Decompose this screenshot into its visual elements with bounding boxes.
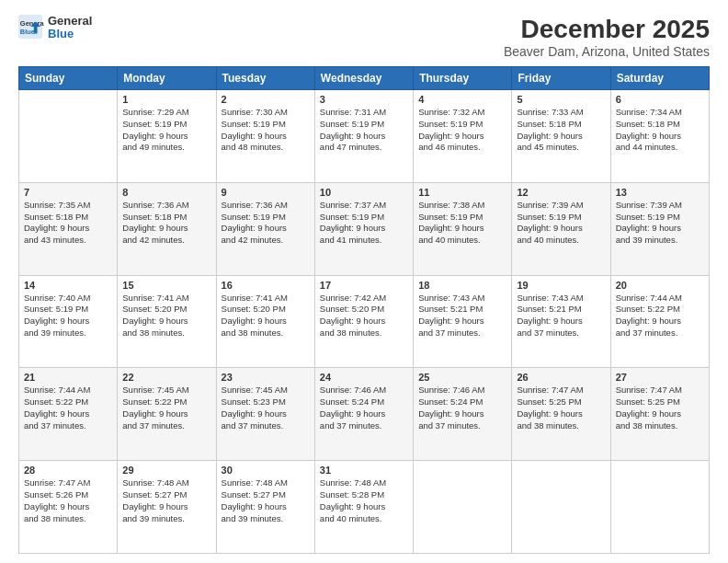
calendar-week-row: 21Sunrise: 7:44 AM Sunset: 5:22 PM Dayli… [19, 368, 710, 461]
day-info: Sunrise: 7:43 AM Sunset: 5:21 PM Dayligh… [418, 293, 506, 339]
title-block: December 2025 Beaver Dam, Arizona, Unite… [504, 15, 710, 59]
calendar-cell: 22Sunrise: 7:45 AM Sunset: 5:22 PM Dayli… [118, 368, 216, 461]
day-number: 17 [320, 280, 408, 291]
logo-line2: Blue [48, 28, 92, 40]
day-number: 7 [24, 187, 112, 198]
calendar-week-row: 28Sunrise: 7:47 AM Sunset: 5:26 PM Dayli… [19, 461, 710, 554]
day-info: Sunrise: 7:44 AM Sunset: 5:22 PM Dayligh… [616, 293, 704, 339]
calendar-week-row: 1Sunrise: 7:29 AM Sunset: 5:19 PM Daylig… [19, 90, 710, 183]
calendar-week-row: 14Sunrise: 7:40 AM Sunset: 5:19 PM Dayli… [19, 275, 710, 368]
calendar-cell: 27Sunrise: 7:47 AM Sunset: 5:25 PM Dayli… [610, 368, 709, 461]
day-number: 5 [517, 94, 605, 105]
day-number: 2 [222, 94, 310, 105]
calendar-cell [414, 461, 512, 554]
day-info: Sunrise: 7:40 AM Sunset: 5:19 PM Dayligh… [24, 293, 112, 339]
day-info: Sunrise: 7:33 AM Sunset: 5:18 PM Dayligh… [517, 107, 605, 154]
day-info: Sunrise: 7:48 AM Sunset: 5:27 PM Dayligh… [122, 477, 210, 524]
logo-text: General Blue [48, 15, 92, 41]
day-number: 6 [616, 94, 704, 105]
day-info: Sunrise: 7:39 AM Sunset: 5:19 PM Dayligh… [616, 200, 704, 247]
day-number: 13 [616, 187, 704, 198]
main-title: December 2025 [504, 15, 710, 44]
day-number: 22 [122, 372, 210, 383]
svg-text:Blue: Blue [20, 29, 35, 37]
calendar-cell: 8Sunrise: 7:36 AM Sunset: 5:18 PM Daylig… [118, 182, 216, 275]
calendar-cell: 12Sunrise: 7:39 AM Sunset: 5:19 PM Dayli… [512, 182, 610, 275]
page-container: General Blue General Blue December 2025 … [0, 0, 728, 563]
day-number: 1 [122, 94, 210, 105]
calendar-cell: 30Sunrise: 7:48 AM Sunset: 5:27 PM Dayli… [216, 461, 314, 554]
day-info: Sunrise: 7:48 AM Sunset: 5:27 PM Dayligh… [222, 477, 310, 524]
calendar-cell: 7Sunrise: 7:35 AM Sunset: 5:18 PM Daylig… [19, 182, 118, 275]
day-info: Sunrise: 7:35 AM Sunset: 5:18 PM Dayligh… [24, 200, 112, 247]
day-info: Sunrise: 7:47 AM Sunset: 5:26 PM Dayligh… [24, 477, 112, 524]
day-info: Sunrise: 7:41 AM Sunset: 5:20 PM Dayligh… [122, 293, 210, 339]
subtitle: Beaver Dam, Arizona, United States [504, 44, 710, 59]
day-number: 14 [24, 280, 112, 291]
calendar-cell: 3Sunrise: 7:31 AM Sunset: 5:19 PM Daylig… [314, 90, 413, 183]
day-number: 24 [320, 372, 408, 383]
day-info: Sunrise: 7:34 AM Sunset: 5:18 PM Dayligh… [616, 107, 704, 154]
day-number: 4 [418, 94, 506, 105]
calendar-table: SundayMondayTuesdayWednesdayThursdayFrid… [18, 66, 710, 554]
day-number: 26 [517, 372, 605, 383]
day-info: Sunrise: 7:31 AM Sunset: 5:19 PM Dayligh… [320, 107, 408, 154]
day-number: 30 [222, 465, 310, 476]
day-info: Sunrise: 7:45 AM Sunset: 5:23 PM Dayligh… [222, 385, 310, 431]
calendar-cell [610, 461, 709, 554]
day-info: Sunrise: 7:38 AM Sunset: 5:19 PM Dayligh… [418, 200, 506, 247]
calendar-cell: 18Sunrise: 7:43 AM Sunset: 5:21 PM Dayli… [414, 275, 512, 368]
calendar-cell: 4Sunrise: 7:32 AM Sunset: 5:19 PM Daylig… [414, 90, 512, 183]
calendar-cell: 11Sunrise: 7:38 AM Sunset: 5:19 PM Dayli… [414, 182, 512, 275]
day-number: 18 [418, 280, 506, 291]
day-number: 21 [24, 372, 112, 383]
day-info: Sunrise: 7:37 AM Sunset: 5:19 PM Dayligh… [320, 200, 408, 247]
day-number: 29 [122, 465, 210, 476]
day-info: Sunrise: 7:36 AM Sunset: 5:19 PM Dayligh… [222, 200, 310, 247]
page-header: General Blue General Blue December 2025 … [18, 15, 710, 59]
day-info: Sunrise: 7:42 AM Sunset: 5:20 PM Dayligh… [320, 293, 408, 339]
calendar-cell: 2Sunrise: 7:30 AM Sunset: 5:19 PM Daylig… [216, 90, 314, 183]
day-number: 31 [320, 465, 408, 476]
day-info: Sunrise: 7:29 AM Sunset: 5:19 PM Dayligh… [122, 107, 210, 154]
day-info: Sunrise: 7:30 AM Sunset: 5:19 PM Dayligh… [222, 107, 310, 154]
calendar-cell [19, 90, 118, 183]
calendar-cell: 17Sunrise: 7:42 AM Sunset: 5:20 PM Dayli… [314, 275, 413, 368]
calendar-cell: 25Sunrise: 7:46 AM Sunset: 5:24 PM Dayli… [414, 368, 512, 461]
calendar-day-header: Wednesday [314, 67, 413, 90]
day-info: Sunrise: 7:41 AM Sunset: 5:20 PM Dayligh… [222, 293, 310, 339]
calendar-cell: 14Sunrise: 7:40 AM Sunset: 5:19 PM Dayli… [19, 275, 118, 368]
day-number: 20 [616, 280, 704, 291]
calendar-cell: 9Sunrise: 7:36 AM Sunset: 5:19 PM Daylig… [216, 182, 314, 275]
calendar-cell: 1Sunrise: 7:29 AM Sunset: 5:19 PM Daylig… [118, 90, 216, 183]
day-number: 25 [418, 372, 506, 383]
day-number: 9 [222, 187, 310, 198]
day-info: Sunrise: 7:32 AM Sunset: 5:19 PM Dayligh… [418, 107, 506, 154]
day-info: Sunrise: 7:47 AM Sunset: 5:25 PM Dayligh… [517, 385, 605, 431]
calendar-cell: 21Sunrise: 7:44 AM Sunset: 5:22 PM Dayli… [19, 368, 118, 461]
day-number: 27 [616, 372, 704, 383]
calendar-day-header: Friday [512, 67, 610, 90]
logo: General Blue General Blue [18, 15, 92, 41]
calendar-cell: 15Sunrise: 7:41 AM Sunset: 5:20 PM Dayli… [118, 275, 216, 368]
calendar-header-row: SundayMondayTuesdayWednesdayThursdayFrid… [19, 67, 710, 90]
day-number: 8 [122, 187, 210, 198]
day-info: Sunrise: 7:36 AM Sunset: 5:18 PM Dayligh… [122, 200, 210, 247]
day-number: 11 [418, 187, 506, 198]
day-info: Sunrise: 7:46 AM Sunset: 5:24 PM Dayligh… [320, 385, 408, 431]
day-info: Sunrise: 7:48 AM Sunset: 5:28 PM Dayligh… [320, 477, 408, 524]
day-number: 16 [222, 280, 310, 291]
calendar-day-header: Thursday [414, 67, 512, 90]
calendar-cell: 23Sunrise: 7:45 AM Sunset: 5:23 PM Dayli… [216, 368, 314, 461]
day-number: 23 [222, 372, 310, 383]
calendar-cell: 10Sunrise: 7:37 AM Sunset: 5:19 PM Dayli… [314, 182, 413, 275]
calendar-cell: 26Sunrise: 7:47 AM Sunset: 5:25 PM Dayli… [512, 368, 610, 461]
calendar-day-header: Tuesday [216, 67, 314, 90]
calendar-cell: 28Sunrise: 7:47 AM Sunset: 5:26 PM Dayli… [19, 461, 118, 554]
day-info: Sunrise: 7:45 AM Sunset: 5:22 PM Dayligh… [122, 385, 210, 431]
day-info: Sunrise: 7:46 AM Sunset: 5:24 PM Dayligh… [418, 385, 506, 431]
calendar-cell [512, 461, 610, 554]
day-info: Sunrise: 7:39 AM Sunset: 5:19 PM Dayligh… [517, 200, 605, 247]
day-number: 12 [517, 187, 605, 198]
calendar-cell: 16Sunrise: 7:41 AM Sunset: 5:20 PM Dayli… [216, 275, 314, 368]
